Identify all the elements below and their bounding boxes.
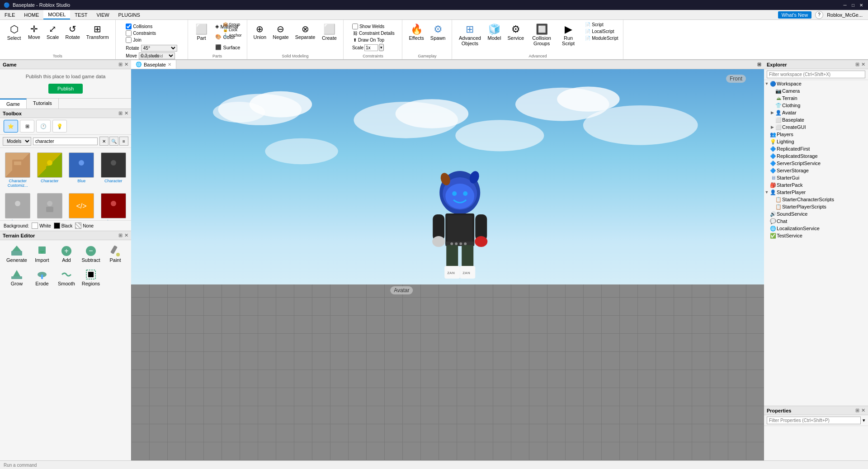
toolbox-item-0[interactable]: Character Customiz... [3,151,33,189]
group-button[interactable]: 📦 Group [222,22,243,27]
publish-button[interactable]: Publish [48,84,83,94]
terrain-paint-btn[interactable]: Paint [104,243,127,265]
show-welds-checkbox[interactable]: Show Welds [352,24,384,29]
negate-button[interactable]: ⊖ Negate [270,22,291,42]
tree-baseplate[interactable]: ⬜ Baseplate [764,116,868,123]
model-button[interactable]: 🧊 Model [485,22,504,43]
transform-button[interactable]: ⊞ Transform [84,22,112,42]
terrain-subtract-btn[interactable]: − Subtract [80,243,102,265]
whats-new-button[interactable]: What's New [778,11,811,19]
draw-on-top-button[interactable]: ⬆ Draw On Top [352,37,385,43]
toolbox-item-6[interactable]: </> Create Your [66,191,97,220]
toolbox-filter-btn[interactable]: ≡ [119,137,128,146]
terrain-import-btn[interactable]: Import [31,243,53,265]
terrain-panel-expand[interactable]: ⊞ [118,232,123,238]
explorer-filter-input[interactable] [767,71,865,78]
bg-white-option[interactable]: White [32,223,51,229]
toolbox-bulb-btn[interactable]: 💡 [52,120,67,133]
tree-clothing[interactable]: 👕 Clothing [764,102,868,109]
menu-model[interactable]: MODEL [43,10,70,19]
toolbox-item-7[interactable]: Character [99,191,129,220]
toolbox-grid-btn[interactable]: ⊞ [20,120,34,133]
menu-view[interactable]: VIEW [92,10,113,19]
constraints-checkbox[interactable]: Constraints [126,30,156,36]
viewport-tab[interactable]: 🌐 Baseplate ✕ [131,60,176,69]
maximize-button[interactable]: □ [850,2,856,8]
game-tab-tutorials[interactable]: Tutorials [27,99,59,109]
tree-workspace[interactable]: ▼ 🔵 Workspace [764,80,868,87]
tree-starterplayerscripts[interactable]: 📋 StarterPlayerScripts [764,203,868,210]
terrain-add-btn[interactable]: + Add [55,243,78,265]
scale-stepper[interactable]: ▾ [379,44,384,51]
select-button[interactable]: ⬡ Select [4,22,24,43]
tree-replicatedfirst[interactable]: 🔷 ReplicatedFirst [764,145,868,152]
create-button[interactable]: ⬜ Create [319,22,340,43]
anchor-button[interactable]: ⚓ Anchor [222,33,243,38]
game-tab-game[interactable]: Game [0,99,27,109]
toolbox-item-2[interactable]: Blue [66,151,97,189]
separate-button[interactable]: ⊗ Separate [292,22,318,42]
tree-localizationservice[interactable]: 🌐 LocalizationService [764,225,868,232]
menu-file[interactable]: FILE [0,10,19,19]
toolbox-category-select[interactable]: Models [3,137,31,146]
tree-chat[interactable]: 💬 Chat [764,218,868,225]
game-panel-close[interactable]: ✕ [124,62,128,67]
explorer-expand[interactable]: ⊞ [855,62,859,67]
toolbox-panel-expand[interactable]: ⊞ [118,110,123,116]
terrain-regions-btn[interactable]: Regions [80,266,102,288]
toolbox-star-btn[interactable]: ⭐ [4,120,18,133]
viewport-expand-btn[interactable]: ⊞ [755,61,764,68]
constraint-details-button[interactable]: ⛓ Constraint Details [352,30,396,36]
close-button[interactable]: ✕ [858,2,864,8]
tree-startergui[interactable]: 🖥 StarterGui [764,174,868,181]
module-script-button[interactable]: 📄 ModuleScript [584,35,619,41]
toolbox-item-5[interactable]: Jason [35,191,65,220]
tree-terrain[interactable]: ⛰ Terrain [764,95,868,102]
menu-test[interactable]: TEST [70,10,92,19]
advanced-objects-button[interactable]: ⊞ Advanced Objects [456,22,484,48]
collision-groups-button[interactable]: 🔲 Collision Groups [528,22,556,48]
properties-filter-input[interactable] [767,417,861,424]
scale-input[interactable] [364,44,378,51]
bg-black-option[interactable]: Black [54,223,72,229]
toolbox-panel-close[interactable]: ✕ [124,110,128,116]
tree-creategui[interactable]: ▶ ⬜ CreateGUI [764,123,868,131]
local-script-button[interactable]: 📄 LocalScript [584,28,619,34]
effects-button[interactable]: 🔥 Effects [406,22,426,43]
tree-serverstorage[interactable]: 🔷 ServerStorage [764,167,868,174]
toolbox-item-3[interactable]: Character [99,151,129,189]
terrain-generate-btn[interactable]: Generate [5,243,29,265]
help-button[interactable]: ? [815,11,823,19]
tree-replicatedstorage[interactable]: 🔷 ReplicatedStorage [764,152,868,160]
toolbox-item-4[interactable]: Character [3,191,33,220]
tree-soundservice[interactable]: 🔊 SoundService [764,210,868,218]
tree-camera[interactable]: 📷 Camera [764,87,868,95]
properties-close[interactable]: ✕ [861,407,865,413]
tree-avatar[interactable]: ▶ 👤 Avatar [764,109,868,116]
properties-expand[interactable]: ⊞ [855,407,859,413]
command-input[interactable] [4,463,94,468]
part-button[interactable]: ⬜ Part [192,22,212,43]
collisions-checkbox[interactable]: Collisions [126,24,156,29]
toolbox-item-1[interactable]: Character [35,151,65,189]
tree-starterpack[interactable]: 🎒 StarterPack [764,181,868,189]
toolbox-search-input[interactable] [33,137,98,145]
minimize-button[interactable]: ─ [842,2,848,8]
bg-none-option[interactable]: None [75,223,94,229]
toolbox-search-btn[interactable]: 🔍 [109,137,118,146]
tree-serverscriptservice[interactable]: 🔷 ServerScriptService [764,160,868,167]
toolbox-clock-btn[interactable]: 🕐 [36,120,51,133]
game-panel-expand[interactable]: ⊞ [118,62,123,67]
tree-lighting[interactable]: 💡 Lighting [764,138,868,145]
lock-button[interactable]: 🔒 Lock [222,27,243,33]
toolbox-clear-btn[interactable]: ✕ [99,137,108,146]
tree-players[interactable]: 👥 Players [764,131,868,138]
tree-starterplayer[interactable]: ▼ 👤 StarterPlayer [764,189,868,196]
scale-button[interactable]: ⤢ Scale [44,22,62,42]
service-button[interactable]: ⚙ Service [505,22,527,43]
rotate-button[interactable]: ↺ Rotate [62,22,82,42]
terrain-smooth-btn[interactable]: Smooth [55,266,78,288]
script-button[interactable]: 📄 Script [584,22,619,28]
viewport-tab-close[interactable]: ✕ [168,62,171,67]
run-script-button[interactable]: ▶ Run Script [557,22,580,48]
